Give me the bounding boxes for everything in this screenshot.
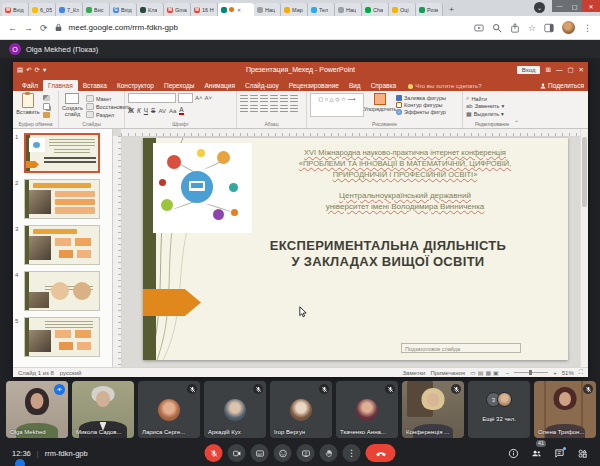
participant-tile-arkadii[interactable]: Аркадій Кух: [204, 381, 266, 438]
ribbon-tab[interactable]: Анимация: [199, 80, 240, 91]
qat-dropdown-icon[interactable]: ▾: [43, 66, 46, 74]
browser-tab[interactable]: 7_Кл: [56, 3, 83, 16]
save-icon[interactable]: ▤: [17, 66, 23, 74]
reactions-button[interactable]: [274, 444, 292, 462]
select-button[interactable]: ▦Выделить ▾: [466, 110, 518, 117]
arrange-button[interactable]: Упорядочить: [367, 93, 393, 117]
raise-hand-button[interactable]: [320, 444, 338, 462]
ribbon-tab[interactable]: Главная: [43, 80, 78, 91]
find-button[interactable]: ⌕Найти: [466, 95, 518, 102]
tab-search-chevron-icon[interactable]: ⌄: [534, 2, 545, 13]
browser-tab[interactable]: Cha: [362, 3, 389, 16]
participant-tile-larysa[interactable]: Лариса Серге...: [138, 381, 200, 438]
captions-button[interactable]: [251, 444, 269, 462]
italic-button[interactable]: К: [137, 107, 141, 114]
browser-tab[interactable]: Кла: [137, 3, 164, 16]
ribbon-tab[interactable]: Слайд-шоу: [240, 80, 284, 91]
grow-font-icon[interactable]: A˄: [195, 95, 203, 101]
browser-tab[interactable]: Оці: [389, 3, 416, 16]
slide-thumbnail[interactable]: [24, 133, 100, 173]
slide-thumbnail-row[interactable]: 4: [15, 271, 112, 311]
collapse-ribbon-icon[interactable]: ⌃: [514, 119, 519, 126]
ribbon-tab[interactable]: Справка: [366, 80, 402, 91]
ribbon-tab[interactable]: Рецензирование: [284, 80, 344, 91]
url-text[interactable]: meet.google.com/rrm-fdkn-gpb: [69, 23, 467, 32]
ribbon-tab[interactable]: Конструктор: [112, 80, 159, 91]
slide-thumbnail-row[interactable]: 2: [15, 179, 112, 219]
ribbon-tab[interactable]: Вид: [344, 80, 366, 91]
line-spacing-icon[interactable]: [280, 95, 288, 103]
browser-tab[interactable]: GВхід: [110, 3, 137, 16]
browser-tab[interactable]: Мар: [281, 3, 308, 16]
bullets-icon[interactable]: [240, 95, 248, 103]
back-icon[interactable]: ←: [8, 23, 17, 33]
browser-tab[interactable]: M16 Н: [191, 3, 218, 16]
participant-tile-more[interactable]: 3Ещё 32 чел.: [468, 381, 530, 438]
slide-scrollbar[interactable]: [580, 129, 588, 367]
slide-thumbnail[interactable]: [24, 225, 100, 265]
mic-toggle-button[interactable]: [205, 444, 223, 462]
align-left-icon[interactable]: [240, 105, 248, 113]
slide-thumbnail[interactable]: [24, 271, 100, 311]
slide-canvas[interactable]: XVI Міжнародна науково-практична інтерне…: [143, 138, 568, 360]
browser-tab[interactable]: MВхід: [2, 3, 29, 16]
slide-thumbnail[interactable]: [24, 179, 100, 219]
tab-close-icon[interactable]: ✕: [237, 7, 241, 13]
browser-tab[interactable]: Вис: [83, 3, 110, 16]
participant-tile-ihor[interactable]: Ігор Вергун: [270, 381, 332, 438]
ribbon-tab[interactable]: Файл: [17, 80, 43, 91]
slide-thumbnail-row[interactable]: 5: [15, 317, 112, 357]
forward-icon[interactable]: →: [24, 23, 33, 33]
browser-tab[interactable]: Нац: [335, 3, 362, 16]
participant-tile-konf[interactable]: Конференція ...: [402, 381, 464, 438]
subtitle-placeholder[interactable]: Подзаголовок слайда: [401, 343, 521, 353]
numbering-icon[interactable]: [250, 95, 258, 103]
cut-icon[interactable]: [43, 95, 50, 101]
share-button[interactable]: Поделиться: [540, 82, 584, 89]
zoom-slider[interactable]: [514, 372, 548, 373]
redo-icon[interactable]: ⟳: [35, 66, 40, 74]
smartart-icon[interactable]: [290, 105, 298, 113]
shape-outline-button[interactable]: Контур фигуры: [396, 102, 446, 108]
undo-icon[interactable]: ↶: [26, 66, 31, 74]
share-icon[interactable]: [510, 23, 520, 33]
slide-title[interactable]: ЕКСПЕРИМЕНТАЛЬНА ДІЯЛЬНІСТЬ У ЗАКЛАДАХ В…: [223, 238, 553, 269]
bookmark-star-icon[interactable]: ☆: [528, 23, 536, 33]
window-maximize-button[interactable]: ▢: [567, 0, 582, 12]
camera-toggle-button[interactable]: [228, 444, 246, 462]
ribbon-tab[interactable]: Переходы: [159, 80, 200, 91]
justify-icon[interactable]: [270, 105, 278, 113]
participant-tile-tkachenko[interactable]: Ткаченко Анна...: [336, 381, 398, 438]
ppt-restore-button[interactable]: ▢: [567, 66, 573, 74]
profile-avatar[interactable]: [562, 21, 575, 34]
zoom-icon[interactable]: [492, 23, 502, 33]
new-slide-button[interactable]: Создать слайд: [62, 93, 83, 118]
reload-icon[interactable]: ⟳: [40, 23, 48, 33]
change-case-icon[interactable]: Aa: [169, 108, 176, 114]
leave-call-button[interactable]: [366, 444, 396, 462]
window-close-button[interactable]: ✕: [582, 0, 600, 12]
notes-button[interactable]: Заметки: [402, 370, 425, 376]
align-center-icon[interactable]: [250, 105, 258, 113]
zoom-in-icon[interactable]: +: [553, 370, 557, 376]
ribbon-display-options-icon[interactable]: ⊞: [545, 66, 550, 74]
comments-button[interactable]: Примечания: [430, 370, 465, 376]
media-indicator-icon[interactable]: [474, 23, 484, 33]
fit-slide-icon[interactable]: ⛶: [579, 369, 583, 376]
zoom-out-icon[interactable]: −: [506, 370, 510, 376]
browser-tab[interactable]: MGma: [164, 3, 191, 16]
participant-tile-olga[interactable]: Olga Mekhed: [6, 381, 68, 438]
bold-button[interactable]: Ж: [128, 107, 134, 114]
copy-icon[interactable]: [43, 103, 50, 110]
text-direction-icon[interactable]: [290, 95, 298, 103]
slide-thumbnail-panel[interactable]: 12345: [13, 129, 113, 367]
tell-me-box[interactable]: Что вы хотите сделать?: [408, 83, 481, 89]
browser-menu-icon[interactable]: ⋮: [583, 23, 592, 33]
browser-tab[interactable]: Тел: [308, 3, 335, 16]
window-minimize-button[interactable]: —: [552, 0, 567, 12]
underline-button[interactable]: Ч: [144, 107, 148, 114]
participant-tile-mykola[interactable]: Микола Садов...: [72, 381, 134, 438]
side-panel-icon[interactable]: [544, 23, 554, 33]
paste-button[interactable]: Вставить: [16, 93, 40, 118]
browser-tab[interactable]: Нац: [254, 3, 281, 16]
